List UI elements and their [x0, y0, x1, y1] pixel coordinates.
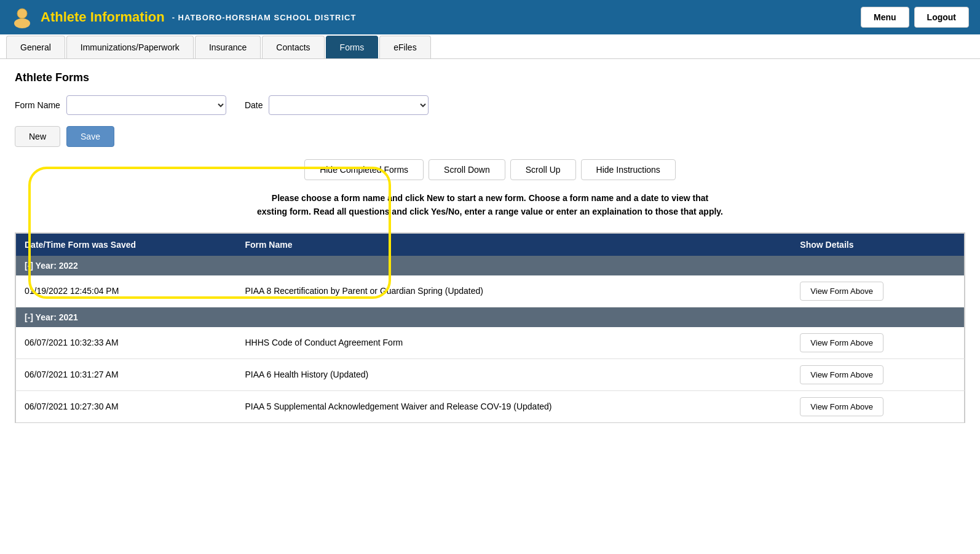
header-left: Athlete Information - HATBORO-HORSHAM SC…	[11, 6, 356, 28]
save-button[interactable]: Save	[66, 126, 114, 147]
app-title: Athlete Information	[41, 9, 165, 25]
cell-view-form: View Form Above	[791, 358, 964, 390]
form-action-buttons: New Save	[15, 126, 965, 147]
new-button[interactable]: New	[15, 126, 60, 147]
view-form-button[interactable]: View Form Above	[800, 365, 883, 384]
year-label: [-] Year: 2022	[16, 256, 965, 275]
table-row: 01/19/2022 12:45:04 PMPIAA 8 Recertifica…	[16, 275, 965, 307]
tabs-bar: General Immunizations/Paperwork Insuranc…	[0, 36, 980, 59]
col-show-details-header: Show Details	[791, 233, 964, 256]
date-field: Date	[245, 95, 429, 115]
header: Athlete Information - HATBORO-HORSHAM SC…	[0, 0, 980, 34]
cell-view-form: View Form Above	[791, 275, 964, 307]
cell-view-form: View Form Above	[791, 390, 964, 422]
tab-insurance[interactable]: Insurance	[195, 36, 261, 58]
tab-immunizations[interactable]: Immunizations/Paperwork	[66, 36, 194, 58]
menu-button[interactable]: Menu	[861, 7, 909, 28]
tab-general[interactable]: General	[6, 36, 65, 58]
svg-point-1	[14, 18, 30, 28]
main-content: Athlete Forms Form Name Date New Save Hi	[0, 59, 980, 435]
cell-form-name: PIAA 6 Health History (Updated)	[236, 358, 791, 390]
scroll-down-button[interactable]: Scroll Down	[429, 159, 505, 180]
year-group-row: [-] Year: 2022	[16, 256, 965, 275]
cell-form-name: PIAA 8 Recertification by Parent or Guar…	[236, 275, 791, 307]
form-name-label: Form Name	[15, 100, 60, 110]
hide-instructions-button[interactable]: Hide Instructions	[581, 159, 676, 180]
hide-completed-button[interactable]: Hide Completed Forms	[304, 159, 424, 180]
date-label: Date	[245, 100, 263, 110]
view-form-button[interactable]: View Form Above	[800, 333, 883, 352]
tab-efiles[interactable]: eFiles	[379, 36, 430, 58]
form-name-select[interactable]	[66, 95, 226, 115]
cell-form-name: PIAA 5 Supplemental Acknowledgement Waiv…	[236, 390, 791, 422]
table-row: 06/07/2021 10:27:30 AMPIAA 5 Supplementa…	[16, 390, 965, 422]
forms-table-wrapper[interactable]: Date/Time Form was Saved Form Name Show …	[15, 232, 965, 423]
logout-button[interactable]: Logout	[914, 7, 969, 28]
table-header: Date/Time Form was Saved Form Name Show …	[16, 233, 965, 256]
table-body: [-] Year: 202201/19/2022 12:45:04 PMPIAA…	[16, 256, 965, 423]
cell-date: 06/07/2021 10:32:33 AM	[16, 327, 237, 359]
form-name-field: Form Name	[15, 95, 226, 115]
table-row: 06/07/2021 10:32:33 AMHHHS Code of Condu…	[16, 327, 965, 359]
tab-forms[interactable]: Forms	[326, 36, 379, 58]
table-row: 06/07/2021 10:31:27 AMPIAA 6 Health Hist…	[16, 358, 965, 390]
section-title: Athlete Forms	[15, 71, 965, 84]
cell-date: 06/07/2021 10:31:27 AM	[16, 358, 237, 390]
year-group-row: [-] Year: 2021	[16, 307, 965, 327]
instructions-text: Please choose a form name and click New …	[256, 191, 724, 219]
view-form-button[interactable]: View Form Above	[800, 282, 883, 301]
action-buttons-row: Hide Completed Forms Scroll Down Scroll …	[15, 159, 965, 180]
avatar-icon	[11, 6, 33, 28]
form-fields-row: Form Name Date	[15, 95, 965, 115]
cell-date: 06/07/2021 10:27:30 AM	[16, 390, 237, 422]
date-select[interactable]	[269, 95, 429, 115]
forms-table: Date/Time Form was Saved Form Name Show …	[15, 233, 965, 423]
content-area: Athlete Forms Form Name Date New Save	[15, 71, 965, 147]
tab-contacts[interactable]: Contacts	[262, 36, 324, 58]
scroll-up-button[interactable]: Scroll Up	[510, 159, 576, 180]
col-form-name-header: Form Name	[236, 233, 791, 256]
year-label: [-] Year: 2021	[16, 307, 965, 327]
cell-view-form: View Form Above	[791, 327, 964, 359]
view-form-button[interactable]: View Form Above	[800, 397, 883, 416]
cell-date: 01/19/2022 12:45:04 PM	[16, 275, 237, 307]
school-name: - HATBORO-HORSHAM SCHOOL DISTRICT	[172, 13, 357, 22]
col-date-header: Date/Time Form was Saved	[16, 233, 237, 256]
cell-form-name: HHHS Code of Conduct Agreement Form	[236, 327, 791, 359]
header-buttons: Menu Logout	[861, 7, 969, 28]
